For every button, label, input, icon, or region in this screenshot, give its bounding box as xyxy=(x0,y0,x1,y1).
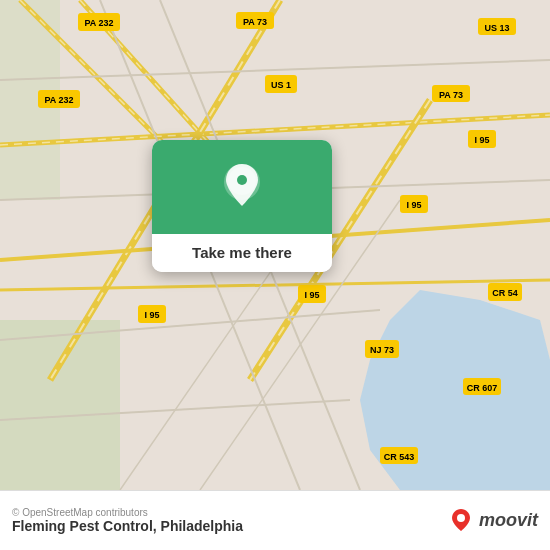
svg-text:I 95: I 95 xyxy=(144,310,159,320)
location-pin-icon xyxy=(221,162,263,216)
bottom-bar: © OpenStreetMap contributors Fleming Pes… xyxy=(0,490,550,550)
svg-text:PA 232: PA 232 xyxy=(84,18,113,28)
svg-text:I 95: I 95 xyxy=(406,200,421,210)
svg-text:US 1: US 1 xyxy=(271,80,291,90)
map-attribution: © OpenStreetMap contributors xyxy=(12,507,243,518)
location-name: Fleming Pest Control, Philadelphia xyxy=(12,518,243,534)
take-me-there-button[interactable]: Take me there xyxy=(192,244,292,261)
svg-text:I 95: I 95 xyxy=(474,135,489,145)
svg-text:CR 543: CR 543 xyxy=(384,452,415,462)
moovit-logo: moovit xyxy=(447,507,538,535)
svg-point-54 xyxy=(237,175,247,185)
map-container: PA 232 PA 73 US 13 PA 232 US 1 PA 73 I 9… xyxy=(0,0,550,490)
moovit-icon xyxy=(447,507,475,535)
svg-point-55 xyxy=(457,514,465,522)
bottom-left-info: © OpenStreetMap contributors Fleming Pes… xyxy=(12,507,243,534)
popup-card: Take me there xyxy=(152,140,332,272)
svg-text:CR 607: CR 607 xyxy=(467,383,498,393)
svg-text:NJ 73: NJ 73 xyxy=(370,345,394,355)
popup-footer[interactable]: Take me there xyxy=(152,234,332,272)
svg-text:PA 73: PA 73 xyxy=(243,17,267,27)
svg-text:PA 73: PA 73 xyxy=(439,90,463,100)
svg-text:I 95: I 95 xyxy=(304,290,319,300)
svg-text:US 13: US 13 xyxy=(484,23,509,33)
svg-rect-2 xyxy=(0,320,120,490)
svg-text:PA 232: PA 232 xyxy=(44,95,73,105)
popup-header xyxy=(152,140,332,234)
moovit-text: moovit xyxy=(479,510,538,531)
svg-text:CR 54: CR 54 xyxy=(492,288,518,298)
